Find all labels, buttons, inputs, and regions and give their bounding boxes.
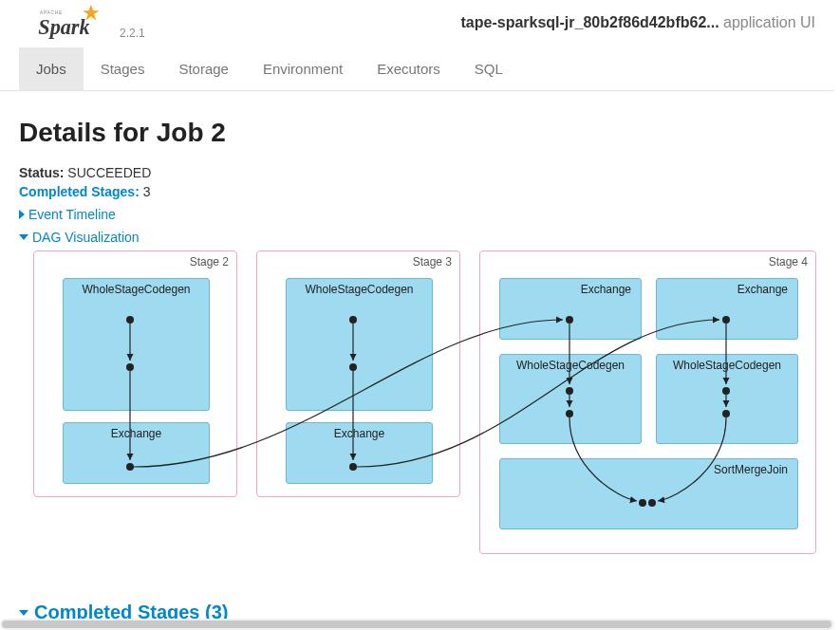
completed-stages-line: Completed Stages: 3	[19, 184, 815, 199]
status-label: Status:	[19, 165, 64, 180]
stage-4-label: Stage 4	[769, 255, 808, 269]
op-wholestagecodegen-s3[interactable]: WholeStageCodegen	[286, 278, 433, 411]
completed-stages-section-toggle[interactable]: Completed Stages (3)	[19, 602, 815, 619]
stage-2-label: Stage 2	[190, 255, 229, 269]
status-value: SUCCEEDED	[67, 165, 151, 180]
op-wholestagecodegen-s4-a[interactable]: WholeStageCodegen	[499, 354, 642, 444]
spark-version: 2.2.1	[120, 27, 145, 40]
op-exchange-s4-b[interactable]: Exchange	[656, 278, 798, 340]
stage-box-3[interactable]: Stage 3 WholeStageCodegen Exchange	[256, 250, 460, 497]
event-timeline-toggle[interactable]: Event Timeline	[19, 207, 815, 222]
caret-down-icon	[19, 610, 28, 616]
tab-stages[interactable]: Stages	[84, 47, 162, 90]
dag-visualization-toggle[interactable]: DAG Visualization	[19, 230, 815, 245]
completed-stages-link[interactable]: Completed Stages:	[19, 184, 140, 199]
status-line: Status: SUCCEEDED	[19, 165, 815, 180]
op-label: WholeStageCodegen	[500, 359, 641, 372]
spark-logo[interactable]: Spark APACHE 2.2.1	[38, 4, 145, 47]
tab-sql[interactable]: SQL	[457, 47, 520, 90]
op-label: Exchange	[581, 283, 631, 296]
caret-down-icon	[19, 234, 28, 240]
tab-environment[interactable]: Environment	[246, 47, 360, 90]
op-label: WholeStageCodegen	[287, 283, 432, 296]
op-label: Exchange	[287, 427, 432, 440]
spark-logo-icon: Spark APACHE	[38, 4, 114, 47]
tab-jobs[interactable]: Jobs	[19, 47, 84, 90]
dag-visualization-label: DAG Visualization	[32, 230, 140, 245]
app-name-text: tape-sparksql-jr_80b2f86d42bfb62...	[461, 14, 719, 30]
stage-3-label: Stage 3	[413, 255, 452, 269]
page-title: Details for Job 2	[19, 118, 815, 148]
completed-stages-header-text: Completed Stages (3)	[34, 602, 228, 619]
op-wholestagecodegen-s2[interactable]: WholeStageCodegen	[63, 278, 210, 411]
event-timeline-label: Event Timeline	[28, 207, 116, 222]
op-label: Exchange	[64, 427, 209, 440]
stage-box-4[interactable]: Stage 4 Exchange Exchange WholeStageCode…	[479, 250, 816, 554]
dag-visualization: Stage 2 WholeStageCodegen Exchange Stage…	[19, 250, 816, 564]
svg-text:Spark: Spark	[38, 15, 89, 39]
tab-storage[interactable]: Storage	[161, 47, 246, 90]
op-sortmergejoin-s4[interactable]: SortMergeJoin	[499, 458, 798, 529]
op-exchange-s2[interactable]: Exchange	[63, 422, 210, 484]
app-title: tape-sparksql-jr_80b2f86d42bfb62... appl…	[461, 14, 816, 31]
nav-tabs: Jobs Stages Storage Environment Executor…	[0, 47, 834, 91]
stage-box-2[interactable]: Stage 2 WholeStageCodegen Exchange	[33, 250, 237, 497]
op-label: WholeStageCodegen	[64, 283, 209, 296]
op-label: SortMergeJoin	[714, 463, 788, 476]
completed-stages-count: 3	[143, 184, 151, 199]
horizontal-scrollbar-thumb[interactable]	[2, 621, 831, 628]
op-label: Exchange	[737, 283, 788, 296]
horizontal-scrollbar[interactable]	[0, 619, 834, 630]
app-suffix-text: application UI	[719, 14, 815, 30]
op-exchange-s4-a[interactable]: Exchange	[499, 278, 642, 340]
op-label: WholeStageCodegen	[657, 359, 797, 372]
op-wholestagecodegen-s4-b[interactable]: WholeStageCodegen	[656, 354, 798, 444]
op-exchange-s3[interactable]: Exchange	[286, 422, 433, 484]
tab-executors[interactable]: Executors	[360, 47, 457, 90]
svg-text:APACHE: APACHE	[40, 10, 63, 15]
caret-right-icon	[19, 210, 25, 219]
